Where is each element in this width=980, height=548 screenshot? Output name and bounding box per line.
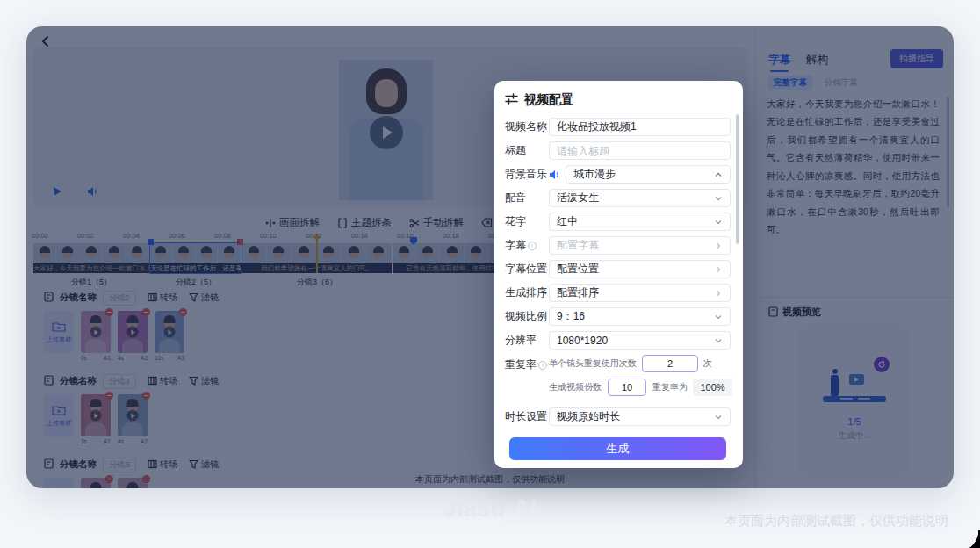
field-bgm: 背景音乐 城市漫步: [505, 165, 731, 184]
info-icon: i: [538, 361, 547, 370]
screen-corner: [957, 530, 980, 548]
bgm-select[interactable]: 城市漫步: [566, 165, 731, 184]
field-aspect-ratio: 视频比例 9：16: [505, 307, 731, 326]
field-video-name: 视频名称: [505, 118, 731, 136]
field-title: 标题: [505, 141, 731, 160]
aspect-ratio-select[interactable]: 9：16: [549, 307, 731, 326]
chevron-right-icon: [714, 265, 723, 274]
chevron-right-icon: [714, 242, 723, 250]
generate-button[interactable]: 生成: [509, 437, 726, 460]
modal-title: 视频配置: [524, 92, 573, 108]
field-subtitle-position: 字幕位置 配置位置: [505, 260, 731, 278]
fancy-text-select[interactable]: 红中: [549, 213, 731, 231]
modal-dim-overlay: [26, 26, 954, 488]
chevron-up-icon: [714, 170, 723, 179]
config-icon: [505, 92, 518, 108]
watermark-text: 本页面为内部测试截图，仅供功能说明: [724, 513, 948, 530]
subtitle-position-nav[interactable]: 配置位置: [549, 260, 731, 278]
app-window: 标杆视频 画面拆解主题拆条手动拆解删除拆分点 00:0000:0200:0400…: [26, 26, 954, 488]
field-generate-order: 生成排序 配置排序: [505, 284, 731, 302]
speaker-icon[interactable]: [549, 169, 561, 180]
repeat-count-input[interactable]: [642, 355, 698, 372]
chevron-down-icon: [714, 336, 723, 345]
modal-scrollbar[interactable]: [736, 114, 739, 244]
page: 标杆视频 画面拆解主题拆条手动拆解删除拆分点 00:0000:0200:0400…: [0, 0, 980, 548]
field-fancy-text: 花字 红中: [505, 213, 731, 231]
chevron-down-icon: [714, 313, 723, 321]
voice-select[interactable]: 活泼女生: [549, 189, 731, 207]
duration-select[interactable]: 视频原始时长: [549, 407, 731, 426]
chevron-down-icon: [714, 194, 723, 203]
field-duration: 时长设置 视频原始时长: [505, 407, 731, 426]
field-repeat-rate: 重复率i 单个镜头重复使用次数 次 生成视频份数 重复率为 100%: [505, 355, 731, 402]
field-voice: 配音 活泼女生: [505, 189, 731, 207]
repeat-rate-value: 100%: [693, 379, 732, 396]
video-config-modal: 视频配置 视频名称 标题 背景音乐 城市漫步 配音 活泼女生 花: [494, 81, 743, 468]
resolution-select[interactable]: 1080*1920: [549, 331, 731, 350]
chevron-down-icon: [714, 218, 723, 227]
chevron-right-icon: [714, 289, 723, 298]
video-name-input[interactable]: [549, 118, 731, 136]
info-icon: i: [528, 242, 537, 250]
chevron-down-icon: [714, 413, 723, 422]
video-copies-input[interactable]: [608, 379, 646, 396]
field-subtitle: 字幕i 配置字幕: [505, 236, 731, 255]
title-input[interactable]: [549, 141, 731, 160]
subtitle-config-nav[interactable]: 配置字幕: [549, 236, 731, 255]
field-resolution: 分辨率 1080*1920: [505, 331, 731, 350]
generate-order-nav[interactable]: 配置排序: [549, 284, 731, 302]
